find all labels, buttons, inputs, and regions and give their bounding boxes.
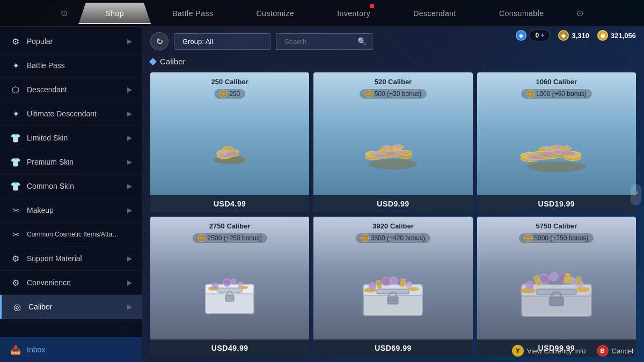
svg-point-77 [525, 281, 534, 290]
nav-tab-lb[interactable]: ⊙ [50, 2, 79, 25]
svg-point-54 [212, 283, 218, 289]
svg-rect-85 [576, 277, 581, 285]
sidebar-item-common-cosmetic[interactable]: ✂ Common Cosmetic Items/Atta… [0, 223, 142, 247]
svg-point-88 [634, 191, 638, 194]
product-card-top: 5750 Caliber 5000 (+750 bonus) [477, 217, 636, 339]
search-input[interactable] [282, 34, 357, 49]
blue-currency: ◈ 0 + [516, 29, 550, 41]
sidebar-item-caliber[interactable]: ◎ Caliber ▶ [0, 295, 142, 319]
sidebar-label-support-material: Support Material [27, 254, 82, 263]
product-amount: 500 (+20 bonus) [375, 90, 422, 98]
sidebar: ⚙ Popular ▶ ✦ Battle Pass ⬡ Descendant ▶… [0, 27, 142, 362]
currency-bar: ◈ 0 + ◈ 3,310 ◉ 321,056 [516, 29, 636, 41]
nav-tab-consumable[interactable]: Consumable [478, 3, 566, 24]
nav-tabs: ⊙ Shop Battle Pass Customize Inventory D… [50, 2, 594, 25]
premium-skin-icon: 👕 [10, 156, 21, 168]
sidebar-item-convenience[interactable]: ⚙ Convenience ▶ [0, 271, 142, 295]
cancel-button[interactable]: B Cancel [597, 345, 633, 357]
product-price-bar: USD4.99 [150, 195, 309, 212]
view-currency-button[interactable]: Y View Currency Info [512, 345, 586, 357]
nav-tab-inventory[interactable]: Inventory [316, 3, 392, 24]
chest-small [195, 265, 265, 316]
product-price: USD4.99 [214, 200, 246, 208]
sidebar-label-common-skin: Common Skin [27, 182, 74, 190]
scroll-indicator[interactable] [631, 184, 641, 205]
search-bar[interactable]: 🔍 [276, 33, 372, 50]
consumable-label: Consumable [499, 9, 544, 18]
sidebar-item-ultimate-descendant[interactable]: ✦ Ultimate Descendant ▶ [0, 102, 142, 126]
product-card-1060-caliber[interactable]: 1060 Caliber 1000 (+60 bonus) [477, 72, 636, 212]
section-title: Caliber [160, 57, 186, 66]
svg-point-57 [231, 279, 236, 284]
ultimate-descendant-chevron: ▶ [127, 110, 132, 117]
search-icon[interactable]: 🔍 [357, 37, 367, 46]
common-skin-icon: 👕 [10, 180, 21, 192]
svg-point-25 [396, 144, 400, 148]
sidebar-item-battle-pass[interactable]: ✦ Battle Pass [0, 54, 142, 78]
common-cosmetic-icon: ✂ [10, 228, 21, 240]
product-card-250-caliber[interactable]: 250 Caliber 250 [150, 72, 309, 212]
inbox-icon: 📥 [10, 344, 21, 356]
refresh-button[interactable]: ↻ [150, 32, 169, 50]
descendant-label: Descendant [413, 9, 456, 18]
limited-skin-chevron: ▶ [127, 134, 132, 142]
b-button-icon: B [597, 345, 609, 357]
popular-chevron: ▶ [127, 38, 132, 45]
group-select-display[interactable]: Group: All [174, 33, 270, 50]
product-card-5750-caliber[interactable]: 5750 Caliber 5000 (+750 bonus) [477, 217, 636, 357]
nav-tab-rb[interactable]: ⊙ [566, 2, 595, 25]
product-price: USD49.99 [211, 344, 248, 352]
sidebar-item-makeup[interactable]: ✂ Makeup ▶ [0, 198, 142, 223]
coin-pile-small [203, 125, 257, 168]
product-card-2750-caliber[interactable]: 2750 Caliber 2500 (+250 bonus) [150, 217, 309, 357]
sidebar-label-descendant: Descendant [27, 85, 67, 94]
product-image [516, 103, 597, 190]
product-image [516, 247, 597, 334]
main-layout: ⚙ Popular ▶ ✦ Battle Pass ⬡ Descendant ▶… [0, 27, 644, 362]
svg-point-24 [385, 145, 390, 150]
sidebar-item-common-skin[interactable]: 👕 Common Skin ▶ [0, 174, 142, 198]
product-card-3920-caliber[interactable]: 3920 Caliber 3500 (+420 bonus) [313, 217, 472, 357]
nav-tab-customize[interactable]: Customize [235, 3, 316, 24]
refresh-icon: ↻ [156, 36, 163, 47]
product-price-bar: USD49.99 [150, 339, 309, 357]
caliber-amount: 3,310 [572, 32, 589, 40]
section-header: Caliber [150, 57, 636, 66]
caliber-coin-icon [198, 234, 206, 242]
sidebar-item-popular[interactable]: ⚙ Popular ▶ [0, 29, 142, 54]
product-card-top: 2750 Caliber 2500 (+250 bonus) [150, 217, 309, 339]
nav-tab-shop[interactable]: Shop [78, 3, 151, 24]
cancel-label: Cancel [612, 347, 633, 355]
gold-amount: 321,056 [611, 32, 636, 40]
nav-tab-battle-pass[interactable]: Battle Pass [151, 3, 235, 24]
caliber-coin-icon [524, 234, 532, 242]
view-currency-label: View Currency Info [527, 347, 586, 355]
chest-medium [355, 265, 430, 316]
product-amount: 250 [229, 90, 240, 98]
product-amount: 5000 (+750 bonus) [534, 234, 588, 242]
inbox-label: Inbox [27, 345, 45, 354]
sidebar-item-descendant[interactable]: ⬡ Descendant ▶ [0, 78, 142, 102]
sidebar-item-inbox[interactable]: 📥 Inbox [0, 337, 142, 362]
svg-point-23 [394, 150, 407, 154]
sidebar-item-support-material[interactable]: ⚙ Support Material ▶ [0, 247, 142, 271]
sidebar-item-limited-skin[interactable]: 👕 Limited Skin ▶ [0, 126, 142, 150]
battle-pass-sidebar-icon: ✦ [10, 60, 21, 71]
product-card-520-caliber[interactable]: 520 Caliber 500 (+20 bonus) [313, 72, 472, 212]
y-button-icon: Y [512, 345, 524, 357]
sidebar-item-premium-skin[interactable]: 👕 Premium Skin ▶ [0, 150, 142, 174]
convenience-icon: ⚙ [10, 277, 21, 289]
product-card-top: 3920 Caliber 3500 (+420 bonus) [313, 217, 472, 339]
product-image [195, 247, 265, 334]
product-price-bar: USD69.99 [313, 339, 472, 357]
top-navigation: ⊙ Shop Battle Pass Customize Inventory D… [0, 0, 644, 27]
caliber-sidebar-icon: ◎ [11, 301, 23, 313]
svg-point-86 [536, 280, 541, 285]
sidebar-label-caliber: Caliber [28, 302, 52, 311]
svg-point-80 [550, 272, 558, 281]
product-card-top: 1060 Caliber 1000 (+60 bonus) [477, 72, 636, 195]
product-amount: 2500 (+250 bonus) [208, 234, 262, 242]
product-amount-badge: 5000 (+750 bonus) [519, 233, 594, 243]
nav-tab-descendant[interactable]: Descendant [392, 3, 478, 24]
sidebar-label-common-cosmetic: Common Cosmetic Items/Atta… [27, 231, 119, 238]
